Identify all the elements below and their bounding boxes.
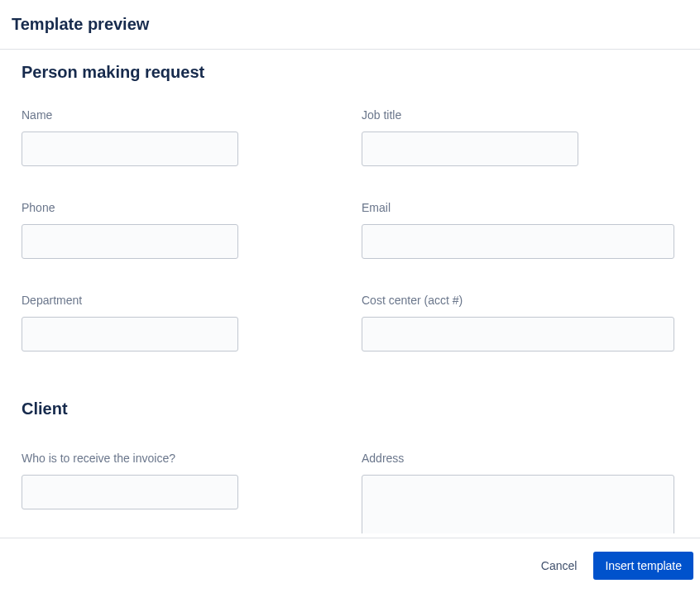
cancel-button[interactable]: Cancel <box>531 552 587 579</box>
dialog-header: Template preview <box>0 0 700 50</box>
input-job-title[interactable] <box>362 132 578 166</box>
form-field-department: Department <box>22 294 362 351</box>
label-department: Department <box>22 294 362 307</box>
input-email[interactable] <box>362 224 674 259</box>
dialog-title: Template preview <box>12 15 688 34</box>
input-cost-center[interactable] <box>362 317 674 351</box>
dialog-footer: Cancel Insert template <box>0 538 700 593</box>
input-phone[interactable] <box>22 224 238 259</box>
form-row: Department Cost center (acct #) <box>22 294 678 351</box>
label-job-title: Job title <box>362 108 678 122</box>
input-department[interactable] <box>22 317 238 351</box>
form-field-address: Address <box>362 452 678 533</box>
insert-template-button[interactable]: Insert template <box>593 552 693 580</box>
input-name[interactable] <box>22 132 238 166</box>
input-invoice-recipient[interactable] <box>22 475 238 509</box>
form-field-email: Email <box>362 201 678 259</box>
label-name: Name <box>22 108 362 122</box>
form-row: Phone Email <box>22 201 678 259</box>
label-phone: Phone <box>22 201 362 214</box>
form-field-name: Name <box>22 108 362 166</box>
section-title-client: Client <box>22 399 678 418</box>
form-row: Who is to receive the invoice? Address <box>22 452 678 533</box>
form-row: Name Job title <box>22 108 678 166</box>
section-title-requester: Person making request <box>22 63 678 82</box>
form-field-invoice-recipient: Who is to receive the invoice? <box>22 452 362 533</box>
form-field-cost-center: Cost center (acct #) <box>362 294 678 351</box>
form-field-phone: Phone <box>22 201 362 259</box>
label-email: Email <box>362 201 678 214</box>
textarea-address[interactable] <box>362 475 674 533</box>
label-address: Address <box>362 452 678 465</box>
form-field-job-title: Job title <box>362 108 678 166</box>
label-cost-center: Cost center (acct #) <box>362 294 678 307</box>
dialog-content: Person making request Name Job title Pho… <box>0 50 700 533</box>
label-invoice-recipient: Who is to receive the invoice? <box>22 452 362 465</box>
